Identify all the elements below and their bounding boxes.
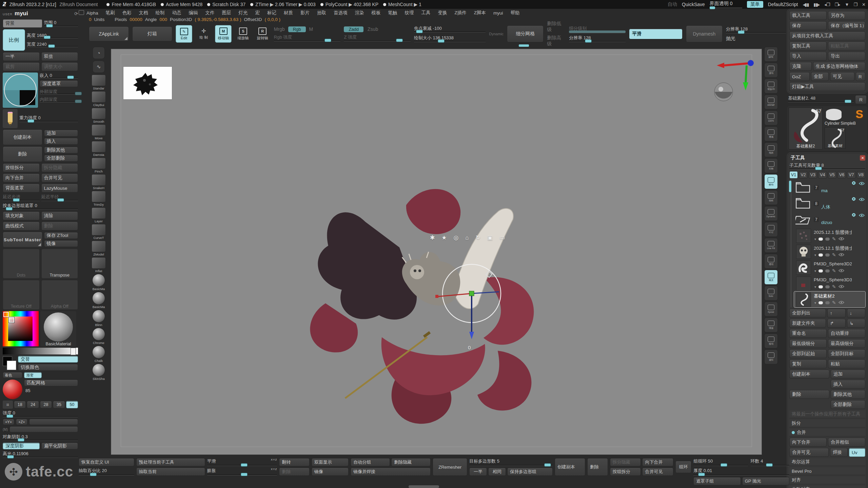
dynamic-toggle[interactable]: Dynamic [489, 32, 504, 36]
polypaint-on-icon[interactable] [818, 238, 823, 241]
half-button[interactable]: 一半 [3, 52, 40, 61]
merge-visible-button-bottom[interactable]: 合并可见 [642, 468, 673, 476]
simpleb-thumb[interactable]: S [855, 107, 863, 121]
colorize-button[interactable]: 着色 [3, 372, 22, 378]
mask-group-button[interactable]: 遮罩子组 [693, 477, 741, 485]
gear-icon[interactable] [851, 181, 856, 186]
lazy-radius-slider[interactable]: 延迟半径 [41, 194, 78, 201]
material-r-button[interactable]: R [855, 95, 867, 104]
subtool-tab-V6[interactable]: V6 [837, 171, 846, 179]
edit-mode-button[interactable]: ✎ Edit [176, 25, 192, 43]
active-tool-thumb[interactable]: 57 基础素材2 [789, 107, 823, 149]
button-生成 多边形网格物体[interactable]: 生成 多边形网格物体 [813, 62, 865, 71]
menu-标记[interactable]: 标记 [267, 10, 276, 16]
split-groups-button[interactable]: 按组拆分 [3, 163, 40, 172]
quicksave-button[interactable]: QuickSave [682, 2, 705, 7]
button-删除[interactable]: 删除 [789, 390, 829, 399]
alternate-button[interactable]: 交替 [18, 356, 78, 363]
button-载入工具[interactable]: 载入工具 [789, 11, 827, 20]
dock-right-icon[interactable]: ▮▮▸ [813, 2, 820, 7]
button-合并[interactable]: 合并 [789, 429, 865, 436]
shelf-toggle-缩放[interactable]: 缩放 [764, 318, 778, 332]
shelf-item-Smooth[interactable]: Smooth [89, 108, 108, 123]
shelf-toggle-旋转[interactable]: 旋转 [764, 349, 778, 364]
button-对齐[interactable]: 对齐 [789, 476, 865, 484]
shelf-toggle-透明[interactable]: 透明 [764, 254, 778, 269]
shelf-item-CurveT[interactable]: CurveT [89, 224, 108, 240]
button-克隆[interactable]: 克隆 [789, 62, 812, 71]
ruler-icon[interactable]: ▭ [499, 234, 505, 241]
keep-groups-button[interactable]: 保持多边形组 [507, 468, 553, 476]
button-重命名[interactable]: 重命名 [789, 329, 827, 338]
decimate-current-button[interactable]: 抽取当前 [136, 468, 205, 476]
half-button-bottom[interactable]: 一半 [469, 468, 487, 476]
insert-button[interactable]: 插入 [44, 138, 78, 145]
curve-delete-button[interactable]: 删除 [41, 222, 78, 230]
object-shadow-slider[interactable]: 对象阴影 0.3 [3, 434, 78, 441]
mask-by-polygroup-slider[interactable]: 按多边形组遮罩 0 [3, 203, 78, 210]
menu-Z插件[interactable]: Z插件 [455, 10, 467, 16]
menu-动态[interactable]: 动态 [172, 10, 181, 16]
dim-option-button[interactable] [29, 419, 78, 425]
doc-width-slider[interactable]: 宽度 2240 [27, 41, 78, 47]
subtool-tab-V5[interactable]: V5 [828, 171, 836, 179]
save-ztool-button[interactable]: 保存 ZTool [44, 232, 78, 239]
shelf-item-Chrome[interactable]: Chrome [89, 328, 108, 345]
shelf-toggle-缩放2D[interactable]: 缩放2D [764, 79, 778, 94]
subtool-visible-count-slider[interactable]: 子工具可见数量 8 [789, 162, 865, 170]
duplicate-button[interactable]: 创建副本 [3, 129, 42, 145]
depth-mask-button[interactable]: 深度遮罩 [40, 80, 78, 87]
rgb-intensity-slider[interactable]: Rgb 强度 [274, 34, 341, 42]
refresh-icon[interactable]: ⟳ [74, 11, 78, 16]
subtool-tab-V3[interactable]: V3 [809, 171, 817, 179]
append-button[interactable]: 追加 [44, 130, 78, 137]
shelf-toggle-地面[interactable]: 地面 [764, 142, 778, 157]
button-↑[interactable]: ↑ [827, 309, 846, 318]
eye-icon[interactable] [839, 300, 844, 305]
button-保存（编号加 1）[interactable]: 保存（编号加 1） [828, 21, 865, 30]
subtool-item-2025.12.1 骷髅骑士3[interactable]: 2025.12.1 骷髅骑士3▾✎ [794, 244, 865, 260]
auto-groups-button[interactable]: 自动分组 [351, 458, 390, 466]
button-Bevel Pro[interactable]: Bevel Pro [789, 467, 865, 475]
shelf-item-Blinn[interactable]: Blinn [89, 310, 108, 327]
menu-变换[interactable]: 变换 [438, 10, 447, 16]
focal-length-24[interactable]: 24 [27, 401, 39, 408]
shelf-toggle-线框[interactable]: 线框 [764, 190, 778, 205]
thickness-slider[interactable]: 厚度 0.01 [693, 468, 789, 476]
swap-right-icon[interactable]: ❐▸ [834, 2, 840, 7]
subtool-item-ma[interactable]: 7ma [794, 180, 865, 196]
swap-left-icon[interactable]: ◂❐ [824, 2, 830, 7]
shelf-toggle-100%[interactable]: 100% [764, 110, 778, 125]
delete-dim-button[interactable]: 删除 [279, 468, 310, 476]
shelf-item-BasicMa[interactable]: BasicMa [89, 292, 108, 309]
strength-slider[interactable]: 强度 0 [3, 410, 78, 418]
lazymouse-button[interactable]: LazyMouse [41, 184, 78, 192]
delete-other-button[interactable]: 删除其他 [44, 147, 78, 154]
polypaint-off-icon[interactable] [825, 301, 830, 304]
rotate-mode-button[interactable]: R 旋转轴 [255, 25, 271, 42]
flip-button[interactable]: 翻转 [279, 458, 310, 466]
clear-button[interactable]: 清除 [41, 211, 78, 220]
button-最高级细分[interactable]: 最高级细分 [828, 339, 865, 348]
axis-y-button[interactable]: +Y+ [3, 419, 14, 425]
focal-length-18[interactable]: 18 [14, 401, 26, 408]
button-自动重排[interactable]: 自动重排 [828, 329, 865, 338]
shelf-toggle-Solo[interactable]: Solo [764, 286, 778, 301]
smooth-slider[interactable]: 平滑XYZ [207, 458, 277, 466]
reset-rotation-icon[interactable]: ↻ [476, 234, 480, 241]
gear-icon[interactable] [851, 212, 856, 218]
button-插入[interactable]: 插入 [831, 380, 865, 389]
delete-all-button[interactable]: 全部删除 [44, 155, 78, 162]
shelf-item-ZModel[interactable]: ZModel [89, 241, 108, 256]
brush-icon[interactable]: ✎ [832, 284, 836, 289]
button-分散对齐[interactable]: 分散对齐 [789, 486, 865, 488]
shelf-item-BasicMa[interactable]: BasicMa [89, 274, 108, 291]
lock-icon[interactable]: ▣ [487, 234, 493, 241]
menu-笔刷[interactable]: 笔刷 [106, 10, 115, 16]
mrgb-button[interactable]: Mrgb [274, 26, 285, 32]
rgb-button[interactable]: Rgb [288, 26, 306, 32]
zapplink-button[interactable]: ZAppLink [89, 26, 129, 41]
move-mode-button[interactable]: M 移动轴 [215, 25, 232, 43]
menu-文件[interactable]: 文件 [205, 10, 215, 16]
shelf-toggle-滚动[interactable]: 滚动 [764, 63, 778, 78]
